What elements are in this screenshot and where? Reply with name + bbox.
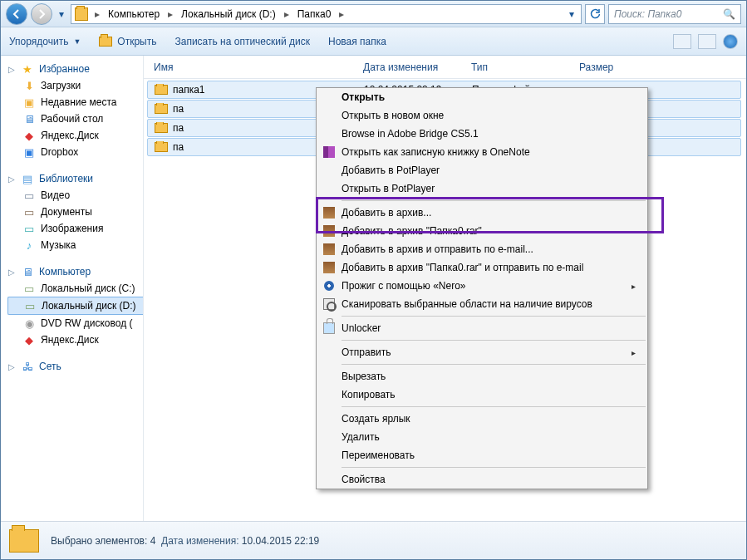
- organize-menu[interactable]: Упорядочить▼: [9, 36, 81, 47]
- rar-icon: [323, 207, 335, 219]
- desktop-icon: 🖥: [22, 112, 36, 125]
- ctx-potplayer-open[interactable]: Открыть в PotPlayer: [317, 179, 647, 198]
- yandex-icon: ◆: [22, 129, 36, 142]
- ctx-add-to-archive[interactable]: Добавить в архив...: [317, 204, 647, 222]
- ctx-archive-named-email[interactable]: Добавить в архив "Папка0.rar" и отправит…: [317, 258, 647, 277]
- ctx-properties[interactable]: Свойства: [317, 470, 647, 489]
- crumb-disk[interactable]: Локальный диск (D:): [179, 8, 278, 20]
- ctx-open[interactable]: Открыть: [317, 88, 647, 106]
- help-button[interactable]: [723, 34, 738, 49]
- sidebar-yandex[interactable]: ◆Яндекс.Диск: [7, 127, 143, 144]
- search-placeholder: Поиск: Папка0: [614, 8, 681, 20]
- date-modified-label: Дата изменения:: [161, 535, 239, 547]
- sidebar-downloads[interactable]: ⬇Загрузки: [7, 77, 143, 94]
- downloads-icon: ⬇: [22, 79, 36, 92]
- col-name[interactable]: Имя: [147, 61, 356, 73]
- address-dropdown[interactable]: ▾: [566, 8, 577, 20]
- separator: [342, 406, 646, 407]
- ctx-onenote[interactable]: Открыть как записную книжку в OneNote: [317, 143, 647, 161]
- col-date[interactable]: Дата изменения: [356, 61, 464, 73]
- folder-icon: [155, 142, 168, 152]
- refresh-button[interactable]: [585, 4, 605, 24]
- sidebar-dvd[interactable]: ◉DVD RW дисковод (: [7, 315, 143, 332]
- ctx-send-to[interactable]: Отправить▸: [317, 343, 647, 361]
- sidebar-disk-c[interactable]: ▭Локальный диск (C:): [7, 280, 143, 297]
- network-icon: 🖧: [21, 360, 34, 373]
- unlocker-icon: [323, 322, 335, 334]
- sidebar-yandex-drive[interactable]: ◆Яндекс.Диск: [7, 332, 143, 348]
- crumb-computer[interactable]: Компьютер: [106, 8, 161, 20]
- nero-icon: [324, 281, 334, 291]
- disk-icon: ▭: [23, 299, 37, 312]
- rar-icon: [323, 225, 335, 237]
- documents-icon: ▭: [22, 205, 36, 219]
- sidebar-recent[interactable]: ▣Недавние места: [7, 94, 143, 111]
- column-headers[interactable]: Имя Дата изменения Тип Размер: [144, 56, 746, 79]
- folder-icon: [155, 123, 168, 133]
- sidebar-music[interactable]: ♪Музыка: [7, 237, 143, 253]
- preview-pane-button[interactable]: [698, 34, 716, 49]
- sidebar-desktop[interactable]: 🖥Рабочий стол: [7, 111, 143, 127]
- rar-icon: [323, 262, 335, 273]
- ctx-potplayer-add[interactable]: Добавить в PotPlayer: [317, 161, 647, 179]
- context-menu: Открыть Открыть в новом окне Browse in A…: [316, 87, 648, 489]
- sidebar-video[interactable]: ▭Видео: [7, 187, 143, 204]
- onenote-icon: [323, 146, 335, 158]
- ctx-copy[interactable]: Копировать: [317, 386, 647, 404]
- sidebar-disk-d[interactable]: ▭Локальный диск (D:): [7, 297, 143, 315]
- ctx-open-new-window[interactable]: Открыть в новом окне: [317, 106, 647, 125]
- col-type[interactable]: Тип: [464, 61, 573, 73]
- ctx-add-to-named-archive[interactable]: Добавить в архив "Папка0.rar": [317, 222, 647, 240]
- selection-count: Выбрано элементов: 4: [51, 535, 155, 547]
- separator: [342, 467, 646, 468]
- toolbar: Упорядочить▼ Открыть Записать на оптичес…: [1, 27, 746, 56]
- computer-icon: 🖥: [21, 265, 34, 278]
- favorites-group[interactable]: ▷★Избранное: [7, 61, 143, 77]
- crumb-folder[interactable]: Папка0: [296, 8, 333, 20]
- network-group[interactable]: ▷🖧Сеть: [7, 358, 143, 375]
- sidebar-pictures[interactable]: ▭Изображения: [7, 220, 143, 237]
- separator: [342, 364, 646, 365]
- burn-button[interactable]: Записать на оптический диск: [174, 36, 310, 47]
- forward-button[interactable]: [31, 3, 52, 25]
- ctx-create-shortcut[interactable]: Создать ярлык: [317, 410, 647, 428]
- libraries-icon: ▤: [21, 172, 34, 185]
- folder-icon: [155, 104, 168, 114]
- open-button[interactable]: Открыть: [99, 36, 156, 47]
- submenu-arrow-icon: ▸: [632, 348, 636, 357]
- status-bar: Выбрано элементов: 4 Дата изменения: 10.…: [1, 521, 746, 559]
- dvd-icon: ◉: [22, 317, 36, 330]
- video-icon: ▭: [22, 189, 36, 202]
- breadcrumb[interactable]: ▸ Компьютер ▸ Локальный диск (D:) ▸ Папк…: [71, 4, 582, 24]
- ctx-rename[interactable]: Переименовать: [317, 446, 647, 464]
- computer-group[interactable]: ▷🖥Компьютер: [7, 263, 143, 280]
- sidebar-documents[interactable]: ▭Документы: [7, 204, 143, 220]
- rar-icon: [323, 243, 335, 255]
- ctx-scan-virus[interactable]: Сканировать выбранные области на наличие…: [317, 295, 647, 313]
- new-folder-button[interactable]: Новая папка: [328, 36, 386, 47]
- pictures-icon: ▭: [22, 222, 36, 235]
- scan-icon: [323, 298, 335, 310]
- folder-icon: [75, 7, 88, 21]
- ctx-nero[interactable]: Прожиг с помощью «Nero»▸: [317, 277, 647, 295]
- dropbox-icon: ▣: [22, 145, 36, 159]
- libraries-group[interactable]: ▷▤Библиотеки: [7, 170, 143, 187]
- back-button[interactable]: [6, 3, 27, 25]
- music-icon: ♪: [22, 238, 36, 252]
- history-dropdown[interactable]: ▾: [56, 3, 67, 25]
- ctx-cut[interactable]: Вырезать: [317, 367, 647, 386]
- navigation-pane: ▷★Избранное ⬇Загрузки ▣Недавние места 🖥Р…: [1, 56, 144, 521]
- sidebar-dropbox[interactable]: ▣Dropbox: [7, 144, 143, 160]
- view-options-button[interactable]: [673, 34, 691, 49]
- col-size[interactable]: Размер: [573, 61, 647, 73]
- ctx-unlocker[interactable]: Unlocker: [317, 319, 647, 337]
- address-bar: ▾ ▸ Компьютер ▸ Локальный диск (D:) ▸ Па…: [1, 1, 746, 27]
- ctx-adobe-bridge[interactable]: Browse in Adobe Bridge CS5.1: [317, 125, 647, 143]
- ctx-delete[interactable]: Удалить: [317, 428, 647, 446]
- search-input[interactable]: Поиск: Папка0 🔍: [608, 4, 741, 24]
- ctx-archive-email[interactable]: Добавить в архив и отправить по e-mail..…: [317, 240, 647, 258]
- file-list: Имя Дата изменения Тип Размер папка1 10.…: [144, 56, 746, 521]
- date-modified-value: 10.04.2015 22:19: [242, 535, 319, 547]
- yandex-icon: ◆: [22, 333, 36, 346]
- separator: [342, 316, 646, 317]
